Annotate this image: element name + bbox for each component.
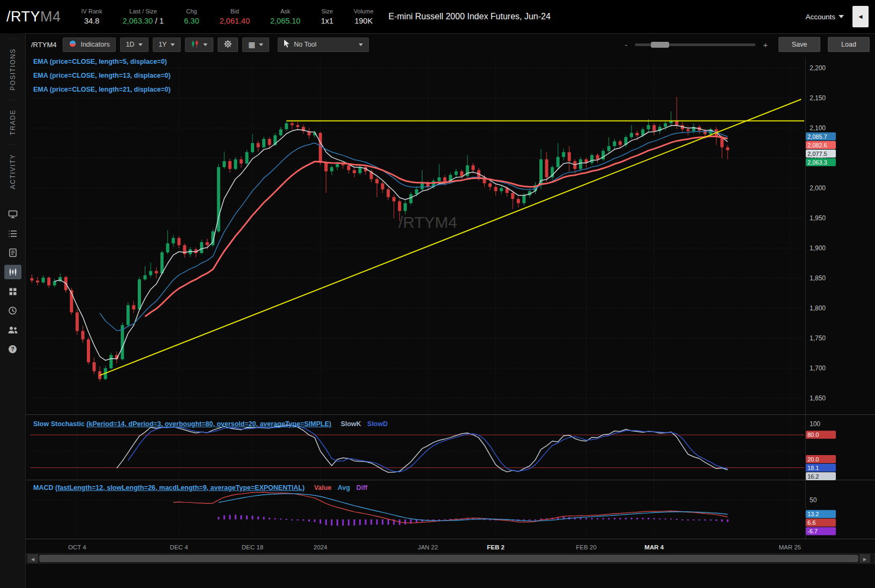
svg-text:1,850: 1,850 [810, 274, 826, 282]
indicators-button[interactable]: Indicators [63, 38, 115, 52]
svg-text:2,085.7: 2,085.7 [807, 133, 827, 140]
left-sidebar: POSITIONS TRADE ACTIVITY [0, 33, 26, 588]
svg-text:16.2: 16.2 [807, 473, 819, 480]
change-value: 6.30 [184, 17, 199, 25]
orders-icon[interactable] [4, 245, 21, 260]
chevron-left-icon: ◄ [857, 13, 864, 20]
axis-badges: 2,085.72,082.62,077.52,063.380.020.018.1… [806, 132, 836, 535]
svg-text:MAR 4: MAR 4 [644, 544, 664, 550]
svg-text:2024: 2024 [314, 544, 328, 550]
svg-text:1,700: 1,700 [810, 364, 826, 372]
chevron-down-icon [359, 43, 363, 46]
candlesticks [31, 97, 730, 382]
svg-text:1,650: 1,650 [810, 395, 826, 402]
trendline-drawings [100, 99, 804, 375]
bid-value: 2,061.40 [220, 17, 250, 25]
sidebar-icons: ? [4, 207, 21, 356]
svg-text:DEC 4: DEC 4 [170, 544, 188, 550]
chevron-down-icon [170, 43, 175, 46]
zoom-slider[interactable] [635, 43, 755, 46]
stochastic-pane: 100 [30, 420, 820, 472]
field-ask: Ask 2,065.10 [270, 8, 300, 25]
grid-layout-dropdown[interactable]: ▦ [242, 38, 269, 52]
drawing-tool-dropdown[interactable]: No Tool [278, 38, 369, 52]
watchlist-icon[interactable] [4, 226, 21, 241]
gear-icon [224, 40, 232, 50]
macd-study-label[interactable]: MACD (fastLength=12, slowLength=26, macd… [33, 484, 367, 492]
sidebar-tab-activity[interactable]: ACTIVITY [9, 144, 17, 198]
collapse-panel-button[interactable]: ◄ [852, 6, 869, 27]
sidebar-tab-trade[interactable]: TRADE [9, 100, 17, 144]
timeframe-dropdown[interactable]: 1D [120, 38, 149, 52]
ema-21-label[interactable]: EMA (price=CLOSE, length=21, displace=0) [33, 86, 170, 100]
chart-settings-button[interactable] [218, 38, 238, 52]
stoch-legend-slowk[interactable]: SlowK [340, 420, 361, 428]
load-button[interactable]: Load [828, 37, 870, 52]
field-size: Size 1x1 [321, 8, 333, 25]
chevron-down-icon [259, 43, 263, 46]
price-chart-canvas[interactable]: /RTYM4100501,6501,7001,7501,8001,8501,90… [26, 55, 875, 588]
chart-icon[interactable] [4, 265, 21, 279]
svg-text:2,150: 2,150 [810, 94, 826, 102]
save-button[interactable]: Save [778, 37, 820, 52]
svg-text:?: ? [11, 346, 14, 352]
candlestick-type-icon [191, 40, 199, 49]
svg-text:▶: ▶ [863, 557, 867, 562]
macd-legend-diff[interactable]: Diff [356, 484, 367, 492]
svg-text:JAN 22: JAN 22 [418, 544, 438, 550]
svg-text:/RTYM4: /RTYM4 [398, 213, 457, 231]
history-icon[interactable] [4, 303, 21, 318]
macd-legend-avg[interactable]: Avg [338, 484, 350, 492]
range-dropdown[interactable]: 1Y [153, 38, 181, 52]
symbol-root: /RTY [6, 9, 40, 25]
macd-pane: 50 [30, 492, 817, 525]
svg-text:13.2: 13.2 [807, 511, 819, 517]
cursor-icon [284, 40, 290, 49]
svg-text:18.1: 18.1 [807, 465, 819, 471]
accounts-dropdown[interactable]: Accounts [805, 13, 844, 21]
svg-text:1,950: 1,950 [810, 214, 826, 222]
help-icon[interactable]: ? [4, 342, 21, 356]
widgets-icon[interactable] [4, 284, 21, 299]
ema-overlays [55, 125, 728, 360]
chevron-down-icon [839, 15, 844, 18]
field-last-size: Last / Size 2,063.30 / 1 [123, 8, 164, 25]
svg-text:100: 100 [810, 420, 820, 428]
size-value: 1x1 [321, 17, 333, 25]
sidebar-tab-positions[interactable]: POSITIONS [9, 39, 17, 100]
chart-panel: /RTYM4 Indicators 1D 1Y [26, 33, 875, 588]
svg-text:6.6: 6.6 [807, 519, 815, 526]
grid-icon: ▦ [248, 41, 255, 48]
chart-symbol-label: /RTYM4 [31, 41, 56, 49]
svg-text:1,800: 1,800 [810, 304, 826, 312]
zoom-out-button[interactable]: - [621, 40, 631, 49]
svg-text:2,200: 2,200 [810, 64, 826, 72]
iv-rank-value: 34.8 [84, 17, 99, 25]
zoom-in-button[interactable]: + [760, 40, 771, 49]
users-icon[interactable] [4, 323, 21, 337]
zoom-slider-handle[interactable] [651, 42, 669, 48]
svg-text:2,000: 2,000 [810, 184, 826, 192]
last-price-value: 2,063.30 [123, 17, 153, 25]
svg-text:2,100: 2,100 [810, 124, 826, 132]
ema-13-label[interactable]: EMA (price=CLOSE, length=13, displace=0) [33, 72, 170, 86]
macd-legend-value[interactable]: Value [314, 484, 332, 492]
svg-text:-6.7: -6.7 [807, 528, 818, 534]
svg-text:DEC 18: DEC 18 [242, 544, 263, 550]
svg-text:FEB 20: FEB 20 [576, 544, 596, 550]
monitor-icon[interactable] [4, 207, 21, 221]
chart-type-dropdown[interactable] [185, 38, 213, 52]
svg-text:80.0: 80.0 [807, 431, 819, 438]
stoch-legend-slowd[interactable]: SlowD [367, 420, 388, 428]
ema-5-label[interactable]: EMA (price=CLOSE, length=5, displace=0) [33, 58, 170, 72]
svg-text:OCT 4: OCT 4 [68, 544, 86, 550]
field-iv-rank: IV Rank 34.8 [81, 8, 102, 25]
symbol-month: M4 [40, 9, 61, 25]
field-volume: Volume 190K [354, 8, 374, 25]
svg-text:FEB 2: FEB 2 [487, 544, 505, 550]
horizontal-scrollbar[interactable]: ◀▶ [26, 554, 875, 563]
svg-text:◀: ◀ [31, 557, 35, 562]
quote-header: /RTYM4 IV Rank 34.8 Last / Size 2,063.30… [0, 0, 875, 33]
stochastic-study-label[interactable]: Slow Stochastic (kPeriod=14, dPeriod=3, … [33, 420, 388, 428]
symbol-title: /RTYM4 [6, 9, 61, 25]
